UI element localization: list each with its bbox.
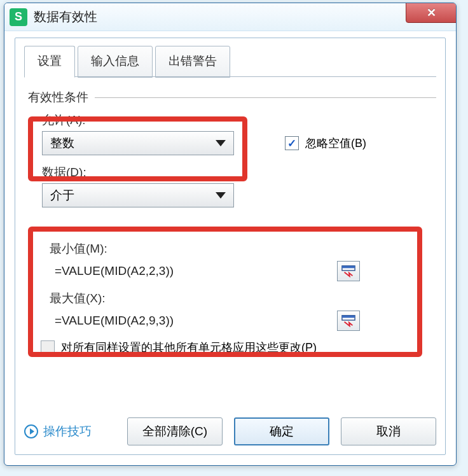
ok-button[interactable]: 确定 [234, 417, 329, 445]
svg-rect-1 [342, 266, 355, 269]
title-bar: S 数据有效性 ✕ [4, 3, 456, 31]
button-bar: 操作技巧 全部清除(C) 确定 取消 [24, 417, 436, 445]
window-title: 数据有效性 [34, 8, 97, 25]
app-icon: S [10, 8, 27, 26]
max-input[interactable] [52, 309, 326, 332]
dialog-body: 设置 输入信息 出错警告 有效性条件 允许(A): 整数 忽略空值(B) 数据(… [15, 38, 446, 455]
close-button[interactable]: ✕ [406, 3, 457, 23]
min-range-picker-button[interactable] [337, 261, 360, 281]
play-circle-icon [24, 424, 38, 438]
min-label: 最小值(M): [50, 241, 436, 257]
allow-select-value: 整数 [50, 135, 74, 151]
allow-label: 允许(A): [42, 112, 436, 129]
data-label: 数据(D): [42, 164, 436, 181]
data-select-value: 介于 [50, 187, 74, 204]
apply-all-checkbox[interactable] [41, 340, 55, 354]
tab-input-message[interactable]: 输入信息 [78, 46, 153, 78]
range-select-icon [341, 265, 355, 277]
svg-rect-3 [342, 316, 355, 318]
min-input[interactable] [52, 260, 326, 283]
apply-all-label: 对所有同样设置的其他所有单元格应用这些更改(P) [61, 340, 317, 355]
range-select-icon [341, 314, 355, 327]
chevron-down-icon [216, 192, 226, 199]
tab-settings[interactable]: 设置 [24, 46, 75, 78]
allow-select[interactable]: 整数 [42, 131, 234, 155]
ignore-blank-label: 忽略空值(B) [305, 136, 366, 151]
max-label: 最大值(X): [50, 290, 436, 307]
tips-link[interactable]: 操作技巧 [24, 423, 92, 440]
tab-error-alert[interactable]: 出错警告 [155, 46, 230, 78]
ignore-blank-checkbox[interactable] [285, 136, 299, 150]
cancel-button[interactable]: 取消 [341, 417, 436, 445]
max-range-picker-button[interactable] [337, 311, 360, 331]
data-select[interactable]: 介于 [42, 183, 234, 207]
clear-all-button[interactable]: 全部清除(C) [127, 417, 223, 445]
criteria-text: 有效性条件 [28, 89, 88, 106]
criteria-group-label: 有效性条件 [28, 89, 436, 106]
tips-label: 操作技巧 [43, 423, 92, 440]
chevron-down-icon [216, 140, 226, 146]
dialog-window: S 数据有效性 ✕ 设置 输入信息 出错警告 有效性条件 允许(A): 整数 忽… [4, 3, 457, 466]
tab-strip: 设置 输入信息 出错警告 [24, 45, 436, 77]
